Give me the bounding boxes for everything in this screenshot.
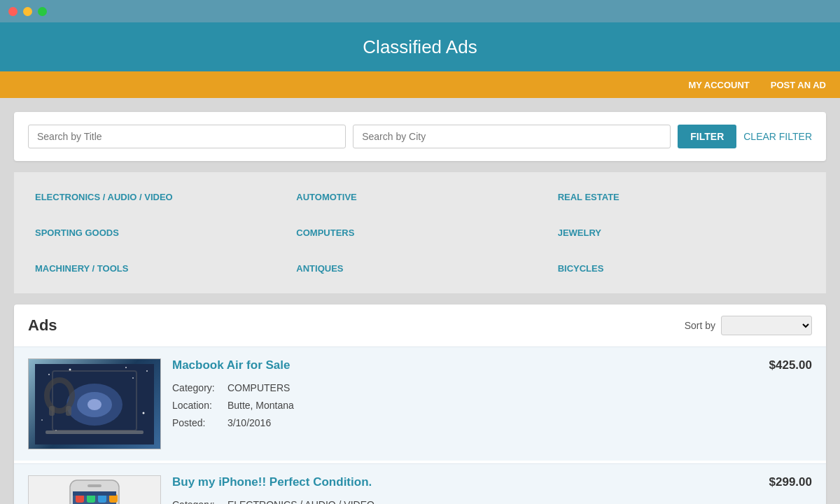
svg-rect-33 xyxy=(73,491,116,496)
ad-image-iphone xyxy=(28,475,161,504)
svg-rect-15 xyxy=(49,406,55,416)
ad-posted-macbook: Posted: 3/10/2016 xyxy=(172,414,812,432)
category-bicycles[interactable]: BICYCLES xyxy=(551,251,812,286)
ad-title-row-iphone: Buy my iPhone!! Perfect Condition. $299.… xyxy=(172,475,812,489)
ad-item-macbook: Macbook Air for Sale $425.00 Category: C… xyxy=(14,346,826,461)
category-real-estate[interactable]: REAL ESTATE xyxy=(551,179,812,215)
svg-point-7 xyxy=(146,370,148,372)
clear-filter-link[interactable]: CLEAR FILTER xyxy=(743,131,812,142)
category-computers[interactable]: COMPUTERS xyxy=(289,215,550,251)
ad-title-iphone[interactable]: Buy my iPhone!! Perfect Condition. xyxy=(172,475,372,489)
ad-meta-macbook: Category: COMPUTERS Location: Butte, Mon… xyxy=(172,379,812,433)
sort-select[interactable]: Price: Low to High Price: High to Low Ne… xyxy=(721,316,812,335)
close-button[interactable] xyxy=(8,7,18,16)
app-header: Classified Ads xyxy=(0,22,840,71)
ad-title-row-macbook: Macbook Air for Sale $425.00 xyxy=(172,358,812,372)
filter-button[interactable]: FILTER xyxy=(678,125,736,148)
ads-title: Ads xyxy=(28,316,57,335)
categories-grid: ELECTRONICS / AUDIO / VIDEO AUTOMOTIVE R… xyxy=(14,172,826,293)
svg-rect-16 xyxy=(66,406,71,416)
category-sporting-goods[interactable]: SPORTING GOODS xyxy=(28,215,289,251)
app-title: Classified Ads xyxy=(363,36,477,58)
main-content: FILTER CLEAR FILTER ELECTRONICS / AUDIO … xyxy=(0,98,840,504)
sort-by-label: Sort by xyxy=(685,320,715,331)
svg-point-9 xyxy=(143,412,145,414)
ad-details-macbook: Macbook Air for Sale $425.00 Category: C… xyxy=(172,358,812,433)
ad-image-macbook xyxy=(28,358,161,449)
svg-point-4 xyxy=(48,374,50,375)
title-bar xyxy=(0,0,840,22)
post-an-ad-link[interactable]: POST AN AD xyxy=(771,80,826,90)
my-account-link[interactable]: MY ACCOUNT xyxy=(688,80,749,90)
category-electronics[interactable]: ELECTRONICS / AUDIO / VIDEO xyxy=(28,179,289,215)
search-bar: FILTER CLEAR FILTER xyxy=(14,112,826,161)
sort-by-container: Sort by Price: Low to High Price: High t… xyxy=(685,316,812,335)
search-city-input[interactable] xyxy=(353,125,671,148)
minimize-button[interactable] xyxy=(23,7,32,16)
ad-category-macbook: Category: COMPUTERS xyxy=(172,379,812,397)
svg-point-11 xyxy=(125,367,127,368)
search-title-input[interactable] xyxy=(28,125,346,148)
svg-point-6 xyxy=(132,377,134,379)
ad-details-iphone: Buy my iPhone!! Perfect Condition. $299.… xyxy=(172,475,812,504)
svg-point-3 xyxy=(88,399,102,410)
category-jewelry[interactable]: JEWELRY xyxy=(551,215,812,251)
nav-bar: MY ACCOUNT POST AN AD xyxy=(0,71,840,98)
ad-price-macbook: $425.00 xyxy=(769,358,812,372)
ad-price-iphone: $299.00 xyxy=(769,475,812,489)
ad-meta-iphone: Category: ELECTRONICS / AUDIO / VIDEO Lo… xyxy=(172,496,812,504)
category-antiques[interactable]: ANTIQUES xyxy=(289,251,550,286)
maximize-button[interactable] xyxy=(38,7,47,16)
svg-point-8 xyxy=(41,419,43,421)
ad-category-iphone: Category: ELECTRONICS / AUDIO / VIDEO xyxy=(172,496,812,504)
svg-rect-20 xyxy=(88,484,102,487)
ads-section: Ads Sort by Price: Low to High Price: Hi… xyxy=(14,304,826,504)
ad-item-iphone: Buy my iPhone!! Perfect Condition. $299.… xyxy=(14,463,826,504)
category-machinery[interactable]: MACHINERY / TOOLS xyxy=(28,251,289,286)
ads-header: Ads Sort by Price: Low to High Price: Hi… xyxy=(28,316,812,335)
category-automotive[interactable]: AUTOMOTIVE xyxy=(289,179,550,215)
ad-title-macbook[interactable]: Macbook Air for Sale xyxy=(172,358,290,372)
ad-location-macbook: Location: Butte, Montana xyxy=(172,397,812,414)
